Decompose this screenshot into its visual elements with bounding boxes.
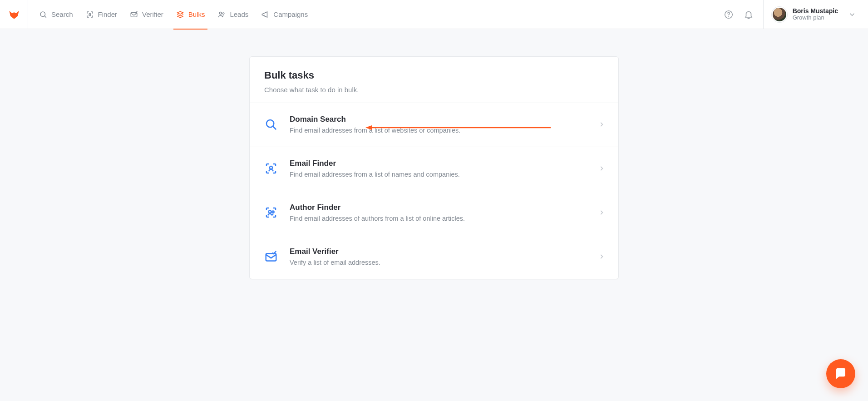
task-email-finder[interactable]: Email Finder Find email addresses from a… (250, 147, 618, 191)
nav-item-label: Bulks (188, 10, 205, 18)
chat-fab[interactable] (826, 359, 855, 388)
help-button[interactable] (719, 5, 739, 25)
user-text: Boris Mustapic Growth plan (793, 7, 838, 21)
nav-item-label: Campaigns (273, 10, 308, 18)
user-name: Boris Mustapic (793, 7, 838, 15)
task-domain-search[interactable]: Domain Search Find email addresses from … (250, 103, 618, 147)
avatar (772, 7, 787, 22)
nav-item-label: Verifier (142, 10, 163, 18)
task-author-finder[interactable]: Author Finder Find email addresses of au… (250, 191, 618, 235)
leads-icon (217, 10, 226, 19)
fox-logo-icon (8, 9, 20, 20)
svg-point-11 (269, 210, 271, 213)
svg-point-7 (728, 16, 729, 17)
svg-point-0 (40, 12, 45, 17)
task-email-verifier[interactable]: Email Verifier Verify a list of email ad… (250, 235, 618, 279)
user-menu[interactable]: Boris Mustapic Growth plan (768, 0, 860, 29)
chevron-right-icon (598, 209, 605, 216)
primary-nav: Search Finder Verifier Bulks Leads Campa… (33, 0, 314, 29)
main-content: Bulk tasks Choose what task to do in bul… (0, 56, 868, 279)
nav-item-verifier[interactable]: Verifier (123, 0, 170, 29)
page-title: Bulk tasks (264, 69, 604, 81)
card-header: Bulk tasks Choose what task to do in bul… (250, 57, 618, 103)
person-scan-icon (263, 161, 279, 176)
nav-item-label: Leads (230, 10, 248, 18)
logo[interactable] (0, 0, 28, 29)
task-body: Email Verifier Verify a list of email ad… (290, 247, 587, 266)
nav-item-label: Search (51, 10, 73, 18)
user-plan: Growth plan (793, 15, 838, 21)
svg-rect-13 (266, 253, 276, 261)
task-title: Email Verifier (290, 247, 587, 256)
task-title: Domain Search (290, 115, 587, 124)
svg-line-1 (44, 16, 46, 17)
nav-item-finder[interactable]: Finder (79, 0, 124, 29)
chevron-down-icon (848, 10, 856, 19)
nav-item-leads[interactable]: Leads (211, 0, 255, 29)
svg-line-9 (273, 126, 276, 129)
vertical-divider (763, 0, 764, 29)
people-scan-icon (263, 205, 279, 220)
task-description: Verify a list of email addresses. (290, 259, 587, 266)
mail-check-icon (263, 249, 279, 264)
task-description: Find email addresses from a list of name… (290, 171, 587, 178)
search-icon (39, 10, 47, 19)
task-body: Author Finder Find email addresses of au… (290, 203, 587, 222)
finder-icon (86, 10, 94, 19)
task-description: Find email addresses from a list of webs… (290, 127, 587, 134)
task-body: Email Finder Find email addresses from a… (290, 159, 587, 178)
svg-point-4 (220, 12, 222, 14)
help-icon (724, 10, 734, 20)
chat-icon (834, 367, 848, 381)
chevron-right-icon (598, 121, 605, 128)
bell-icon (744, 10, 754, 20)
nav-item-bulks[interactable]: Bulks (170, 0, 212, 29)
task-description: Find email addresses of authors from a l… (290, 215, 587, 222)
bulk-tasks-card: Bulk tasks Choose what task to do in bul… (249, 56, 619, 279)
page-subtitle: Choose what task to do in bulk. (264, 86, 604, 94)
svg-point-5 (223, 13, 224, 14)
nav-item-label: Finder (98, 10, 118, 18)
search-icon (263, 117, 279, 132)
nav-item-campaigns[interactable]: Campaigns (255, 0, 314, 29)
top-bar: Search Finder Verifier Bulks Leads Campa… (0, 0, 868, 29)
task-title: Author Finder (290, 203, 587, 212)
svg-rect-3 (131, 12, 137, 17)
chevron-right-icon (598, 165, 605, 172)
campaign-icon (261, 10, 269, 19)
verifier-icon (130, 10, 138, 19)
task-body: Domain Search Find email addresses from … (290, 115, 587, 134)
chevron-right-icon (598, 253, 605, 260)
bulks-icon (176, 10, 184, 19)
notifications-button[interactable] (739, 5, 759, 25)
svg-point-10 (270, 166, 272, 169)
svg-point-2 (89, 13, 91, 15)
svg-point-8 (266, 120, 274, 127)
task-title: Email Finder (290, 159, 587, 168)
nav-item-search[interactable]: Search (33, 0, 79, 29)
svg-point-12 (272, 211, 274, 213)
